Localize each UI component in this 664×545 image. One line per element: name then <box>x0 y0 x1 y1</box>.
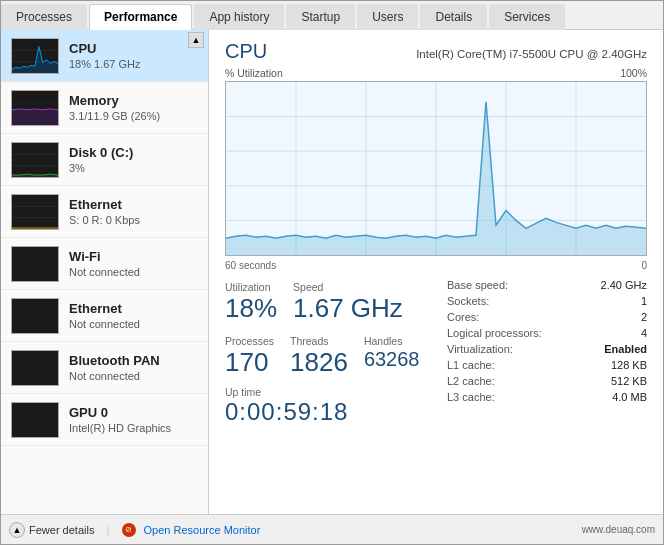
cpu-chart <box>225 81 647 256</box>
sidebar-memory-title: Memory <box>69 93 160 108</box>
sidebar-gpu0-title: GPU 0 <box>69 405 171 420</box>
sidebar-item-ethernet[interactable]: Ethernet S: 0 R: 0 Kbps <box>1 186 208 238</box>
tab-users[interactable]: Users <box>357 4 418 30</box>
processes-label: Processes <box>225 335 274 347</box>
sidebar-gpu0-subtitle: Intel(R) HD Graphics <box>69 422 171 434</box>
sidebar-ethernet2-subtitle: Not connected <box>69 318 140 330</box>
info-virtualization: Virtualization: Enabled <box>447 343 647 356</box>
cpu-header: CPU Intel(R) Core(TM) i7-5500U CPU @ 2.4… <box>225 40 647 63</box>
sidebar-wifi-subtitle: Not connected <box>69 266 140 278</box>
fewer-details-button[interactable]: Fewer details <box>29 524 94 536</box>
sidebar-bluetooth-subtitle: Not connected <box>69 370 160 382</box>
utilization-label: Utilization <box>225 281 277 293</box>
x-axis-right-label: 0 <box>641 260 647 271</box>
sidebar-scroll-up[interactable]: ▲ <box>188 32 204 48</box>
cpu-thumbnail <box>11 38 59 74</box>
sidebar-bluetooth-title: Bluetooth PAN <box>69 353 160 368</box>
chart-label-row: % Utilization 100% <box>225 67 647 79</box>
memory-thumbnail <box>11 90 59 126</box>
bottom-left: ▲ Fewer details | ⊘ Open Resource Monito… <box>9 522 260 538</box>
y-axis-label: % Utilization <box>225 67 283 79</box>
handles-value: 63268 <box>364 348 420 370</box>
svg-rect-12 <box>12 247 59 282</box>
bottom-url: www.deuaq.com <box>582 524 655 535</box>
resource-monitor-icon: ⊘ <box>122 523 136 537</box>
open-resource-monitor-link[interactable]: Open Resource Monitor <box>144 524 261 536</box>
info-l2: L2 cache: 512 KB <box>447 375 647 388</box>
info-l1: L1 cache: 128 KB <box>447 359 647 372</box>
stat-utilization: Utilization 18% <box>225 279 277 329</box>
sidebar-memory-subtitle: 3.1/11.9 GB (26%) <box>69 110 160 122</box>
sidebar-item-wifi[interactable]: Wi-Fi Not connected <box>1 238 208 290</box>
sidebar: ▲ CPU 18% 1.67 GHz <box>1 30 209 514</box>
ethernet-thumbnail <box>11 194 59 230</box>
tab-processes[interactable]: Processes <box>1 4 87 30</box>
tab-services[interactable]: Services <box>489 4 565 30</box>
stat-speed: Speed 1.67 GHz <box>293 279 403 329</box>
svg-rect-15 <box>12 403 59 438</box>
sidebar-item-memory[interactable]: Memory 3.1/11.9 GB (26%) <box>1 82 208 134</box>
tab-bar: Processes Performance App history Startu… <box>1 1 663 30</box>
stat-processes: Processes 170 <box>225 333 274 383</box>
info-cores: Cores: 2 <box>447 311 647 324</box>
cpu-title: CPU <box>225 40 267 63</box>
svg-rect-9 <box>12 195 58 229</box>
sidebar-wifi-title: Wi-Fi <box>69 249 140 264</box>
info-logical: Logical processors: 4 <box>447 327 647 340</box>
sidebar-ethernet2-title: Ethernet <box>69 301 140 316</box>
stats-right: Base speed: 2.40 GHz Sockets: 1 Cores: 2… <box>447 279 647 426</box>
wifi-thumbnail <box>11 246 59 282</box>
svg-rect-6 <box>12 143 58 177</box>
info-base-speed: Base speed: 2.40 GHz <box>447 279 647 292</box>
gpu0-thumbnail <box>11 402 59 438</box>
stats-left: Utilization 18% Speed 1.67 GHz Processes… <box>225 279 447 426</box>
stat-handles: Handles 63268 <box>364 333 420 383</box>
utilization-value: 18% <box>225 294 277 323</box>
content-body: Utilization 18% Speed 1.67 GHz Processes… <box>225 279 647 426</box>
tab-details[interactable]: Details <box>420 4 487 30</box>
sidebar-ethernet-title: Ethernet <box>69 197 140 212</box>
uptime-value: 0:00:59:18 <box>225 398 447 426</box>
content-area: CPU Intel(R) Core(TM) i7-5500U CPU @ 2.4… <box>209 30 663 514</box>
cpu-model: Intel(R) Core(TM) i7-5500U CPU @ 2.40GHz <box>416 48 647 60</box>
svg-rect-13 <box>12 299 59 334</box>
tab-app-history[interactable]: App history <box>194 4 284 30</box>
sidebar-cpu-subtitle: 18% 1.67 GHz <box>69 58 141 70</box>
chart-bottom-labels: 60 seconds 0 <box>225 260 647 271</box>
main-container: ▲ CPU 18% 1.67 GHz <box>1 30 663 514</box>
tab-startup[interactable]: Startup <box>286 4 355 30</box>
sidebar-item-disk0[interactable]: Disk 0 (C:) 3% <box>1 134 208 186</box>
sidebar-item-bluetooth[interactable]: Bluetooth PAN Not connected <box>1 342 208 394</box>
uptime-block: Up time 0:00:59:18 <box>225 386 447 426</box>
threads-value: 1826 <box>290 348 348 377</box>
y-axis-max: 100% <box>620 67 647 79</box>
tab-performance[interactable]: Performance <box>89 4 192 30</box>
bottom-bar: ▲ Fewer details | ⊘ Open Resource Monito… <box>1 514 663 544</box>
info-l3: L3 cache: 4.0 MB <box>447 391 647 404</box>
sidebar-item-cpu[interactable]: CPU 18% 1.67 GHz <box>1 30 208 82</box>
sidebar-ethernet-subtitle: S: 0 R: 0 Kbps <box>69 214 140 226</box>
handles-label: Handles <box>364 335 420 347</box>
svg-rect-14 <box>12 351 59 386</box>
stat-threads: Threads 1826 <box>290 333 348 383</box>
threads-label: Threads <box>290 335 348 347</box>
speed-label: Speed <box>293 281 403 293</box>
disk0-thumbnail <box>11 142 59 178</box>
speed-value: 1.67 GHz <box>293 294 403 323</box>
processes-value: 170 <box>225 348 274 377</box>
sidebar-item-ethernet2[interactable]: Ethernet Not connected <box>1 290 208 342</box>
sidebar-disk0-title: Disk 0 (C:) <box>69 145 133 160</box>
sidebar-disk0-subtitle: 3% <box>69 162 133 174</box>
sidebar-cpu-title: CPU <box>69 41 141 56</box>
uptime-label: Up time <box>225 386 447 398</box>
info-sockets: Sockets: 1 <box>447 295 647 308</box>
x-axis-left-label: 60 seconds <box>225 260 276 271</box>
bluetooth-thumbnail <box>11 350 59 386</box>
ethernet2-thumbnail <box>11 298 59 334</box>
fewer-details-icon[interactable]: ▲ <box>9 522 25 538</box>
sidebar-item-gpu0[interactable]: GPU 0 Intel(R) HD Graphics <box>1 394 208 446</box>
